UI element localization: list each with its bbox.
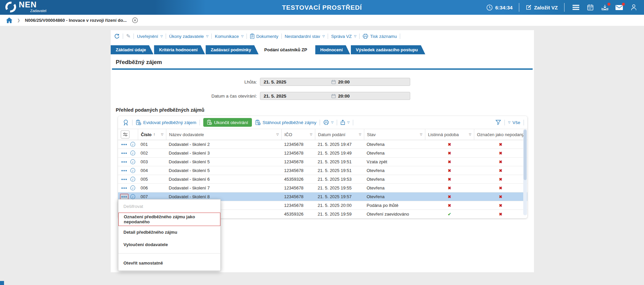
filter-dropdown-icon[interactable]: ▽ (418, 133, 422, 136)
row-info-icon[interactable]: i (130, 159, 135, 164)
row-actions-button[interactable] (120, 159, 128, 165)
datum-oteviranie-field[interactable]: 21. 5. 2025 20:00 (260, 92, 410, 100)
table-row[interactable]: i004Dodavatel - školení 51234567821. 5. … (118, 166, 527, 175)
cell-stav: Otevřena (364, 192, 425, 201)
cross-icon: ✖ (499, 177, 502, 182)
cross-icon: ✖ (499, 160, 502, 164)
column-header-ico[interactable]: IČO ▽ (281, 129, 315, 140)
table-row[interactable]: i005Dodavatel - školení 64535932621. 5. … (118, 175, 527, 184)
toolbar-item-nestandardni-stav[interactable]: Nestandardní stav▽ (285, 34, 325, 39)
column-header-listinna-podoba[interactable]: Listinná podoba ▽ (425, 129, 474, 140)
view-all-selector[interactable]: ▽ Vše (508, 120, 520, 125)
toolbar-divider (132, 120, 132, 125)
cell-listinna-podoba: ✖ (425, 158, 474, 166)
row-actions-button[interactable] (120, 141, 128, 147)
tab-zadavaci-podminky[interactable]: Zadávací podmínky (206, 45, 259, 54)
toolbar-divider (359, 34, 360, 39)
clock-icon (486, 4, 493, 11)
table-scrollbar-thumb[interactable] (524, 130, 527, 180)
table-scrollbar[interactable] (523, 129, 527, 215)
toolbar-item-uverejneni[interactable]: Uveřejnění▽ (137, 34, 163, 39)
row-actions-button[interactable] (120, 150, 128, 156)
export-button[interactable]: ▽ (340, 120, 350, 125)
messages-button[interactable] (614, 2, 624, 13)
edit-record-button[interactable]: ✎ (126, 34, 130, 39)
breadcrumb-item[interactable]: N006/25/V00004860 - Inovace v rozvoji ří… (25, 18, 126, 23)
toolbar-item-tisk-zaznamu[interactable]: Tisk záznamu (363, 34, 397, 39)
filter-button[interactable] (495, 120, 501, 125)
table-row[interactable]: i002Dodavatel - školení 31234567821. 5. … (118, 149, 527, 158)
cell-nazev-dodavatele: Dodavatel - školení 3 (166, 149, 281, 157)
column-header-stav[interactable]: Stav ▽ (364, 129, 425, 140)
cell-stav: Otevřena (364, 140, 425, 149)
evidovat-button[interactable]: Evidovat předběžný zájem (136, 120, 196, 125)
tab-vysledek-zadavaciho-postupu[interactable]: Výsledek zadávacího postupu (351, 45, 425, 54)
row-info-icon[interactable]: i (130, 194, 135, 199)
menu-item-detail-predbezneho-zajmu[interactable]: Detail předběžného zájmu (118, 226, 220, 238)
tab-podani-ucastniku-zp[interactable]: Podání účastníků ZP (259, 45, 315, 54)
table-row[interactable]: i006Dodavatel - školení 71234567821. 5. … (118, 184, 527, 192)
lhuta-field[interactable]: 21. 5. 2025 20:00 (260, 78, 410, 86)
column-header-oznacen-jako-nepodany[interactable]: Označen jako nepodaný (474, 129, 527, 140)
cell-oznacen-jako-nepodany: ✖ (474, 175, 527, 183)
row-info-icon[interactable]: i (130, 177, 135, 182)
calendar-small-icon[interactable] (331, 94, 336, 98)
oteviranie-time-value: 20:00 (336, 94, 350, 99)
column-header-cislo[interactable]: Číslo ↑ ▽ (138, 129, 166, 140)
doc-register-icon (136, 120, 141, 125)
filter-dropdown-icon[interactable]: ▽ (159, 133, 163, 136)
cell-ico: 45359326 (281, 175, 315, 183)
cell-datum-podani: 21. 5. 2025 19:59 (315, 210, 364, 218)
menu-button[interactable] (571, 2, 581, 13)
stahnout-button[interactable]: Stáhnout předběžné zájmy (255, 120, 317, 125)
row-info-icon[interactable]: i (130, 168, 135, 173)
table-row[interactable]: i003Dodavatel - školení 51234567821. 5. … (118, 158, 527, 166)
lhuta-time-value: 20:00 (336, 79, 350, 84)
cell-oznacen-jako-nepodany: ✖ (474, 166, 527, 175)
row-actions-button[interactable] (120, 194, 128, 199)
column-header-datum-podani[interactable]: Datum podání ▽ (315, 129, 364, 140)
menu-item-desifrovat: Dešifrovat (118, 200, 220, 213)
menu-item-vylouceni-dodavatele[interactable]: Vyloučení dodavatele (118, 238, 220, 251)
calendar-small-icon[interactable] (331, 80, 336, 84)
toolbar-item-komunikace[interactable]: Komunikace▽ (215, 34, 243, 39)
dropdown-icon: ▽ (322, 35, 325, 38)
row-info-icon[interactable]: i (130, 185, 135, 190)
close-record-icon[interactable] (132, 17, 138, 23)
filter-dropdown-icon[interactable]: ▽ (467, 133, 471, 136)
filter-dropdown-icon[interactable]: ▽ (308, 133, 312, 136)
refresh-button[interactable] (114, 34, 120, 39)
column-header-nazev-dodavatele[interactable]: Název dodavatele ▽ (166, 129, 281, 140)
ukoncit-oteviranie-button[interactable]: Ukončit otevírání (203, 118, 252, 127)
toolbar-divider (337, 120, 337, 125)
row-actions-button[interactable] (120, 168, 128, 173)
cell-ico: 12345678 (281, 184, 315, 192)
toolbar-item-sprava-vz[interactable]: Správa VZ▽ (331, 34, 356, 39)
cell-actions: i (118, 175, 138, 183)
clock-value: 6:34:34 (495, 5, 513, 10)
menu-item-oznaceni-jako-nepodaneho[interactable]: Označení předběžného zájmu jako nepodané… (118, 213, 220, 226)
tab-kriteria-hodnoceni[interactable]: Kritéria hodnocení (154, 45, 205, 54)
profile-button[interactable] (629, 2, 639, 13)
filter-dropdown-icon[interactable]: ▽ (357, 133, 361, 136)
create-vz-button[interactable]: Založit VZ (526, 4, 558, 10)
row-info-icon[interactable]: i (130, 142, 135, 147)
check-icon: ✔ (448, 212, 451, 217)
print-table-button[interactable]: ▽ (323, 120, 333, 125)
cell-stav: Otevřena (364, 184, 425, 192)
home-icon[interactable] (6, 17, 12, 23)
filter-dropdown-icon[interactable]: ▽ (274, 133, 279, 136)
row-info-icon[interactable]: i (130, 151, 135, 156)
calendar-button[interactable] (585, 2, 595, 13)
table-row[interactable]: i001Dodavatel - školení 21234567821. 5. … (118, 140, 527, 149)
downloads-button[interactable] (600, 2, 610, 13)
row-actions-button[interactable] (120, 176, 128, 182)
toolbar-item-ukony-zadavatele[interactable]: Úkony zadavatele▽ (169, 34, 208, 39)
tab-hodnoceni[interactable]: Hodnocení (315, 45, 350, 54)
column-settings-button[interactable] (121, 130, 129, 138)
menu-item-otevrit-samostatne[interactable]: Otevřít samostatně (118, 256, 220, 270)
toolbar-item-dokumenty[interactable]: Dokumenty (250, 34, 278, 39)
row-actions-button[interactable] (120, 185, 128, 191)
tab-zakladni-udaje[interactable]: Základní údaje (111, 45, 153, 54)
seal-button[interactable] (123, 119, 129, 126)
